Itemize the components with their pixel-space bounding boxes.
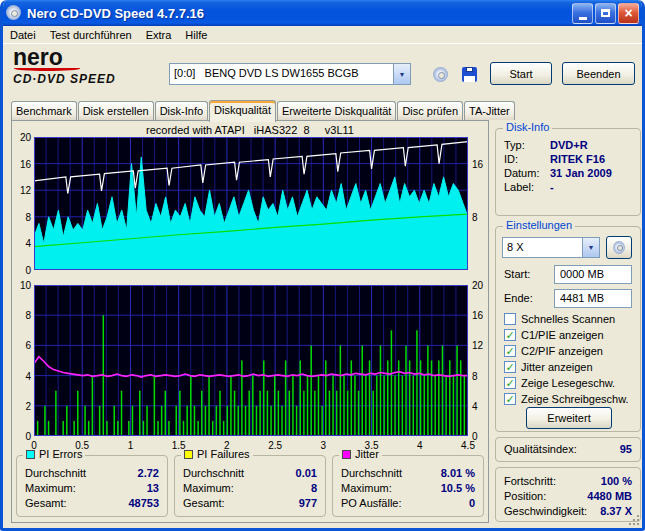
save-button[interactable]	[456, 61, 482, 87]
nero-logo: nero CD·DVD SPEED	[13, 46, 163, 86]
cd-icon	[6, 5, 21, 20]
floppy-icon	[462, 67, 477, 82]
settings-group: Einstellungen 8 X ▼ Start: 0000 MB Ende:…	[495, 226, 641, 432]
stat-label: Maximum:	[25, 482, 76, 494]
tab-disk-erstellen[interactable]: Disk erstellen	[78, 101, 154, 120]
checkbox-box[interactable]: ✓	[504, 329, 516, 341]
stat-label: PO Ausfälle:	[341, 497, 402, 509]
disk-info-value: RITEK F16	[550, 153, 605, 167]
resize-grip[interactable]	[628, 514, 640, 526]
menu-item-test-durchf-hren[interactable]: Test durchführen	[43, 28, 139, 42]
drive-select-value: [0:0] BENQ DVD LS DW1655 BCGB	[170, 64, 393, 84]
checkbox-box[interactable]: ✓	[504, 345, 516, 357]
stat-box-jitter: JitterDurchschnitt8.01 %Maximum:10.5 %PO…	[332, 455, 484, 517]
disk-info-row: Datum:31 Jan 2009	[504, 167, 634, 181]
tab-disk-info[interactable]: Disk-Info	[155, 101, 208, 120]
y-axis-tick-left: 4	[10, 238, 31, 249]
menu-item-datei[interactable]: Datei	[3, 28, 43, 42]
progress-label: Position:	[504, 490, 546, 502]
disk-info-label: Datum:	[504, 167, 550, 181]
stat-value: 8.01 %	[441, 467, 475, 479]
menu-item-hilfe[interactable]: Hilfe	[178, 28, 214, 42]
y-axis-tick-right: 16	[472, 310, 492, 321]
y-axis-tick-right: 8	[472, 212, 492, 223]
close-icon: ×	[624, 6, 632, 20]
window-title: Nero CD-DVD Speed 4.7.7.16	[27, 6, 572, 21]
chevron-down-icon[interactable]: ▼	[582, 238, 599, 257]
quality-index-value: 95	[620, 443, 632, 455]
y-axis-tick-left: 16	[10, 159, 31, 170]
tab-disc-pr-fen[interactable]: Disc prüfen	[397, 101, 463, 120]
y-axis-tick-right: 4	[472, 401, 492, 412]
checkbox-c1-pie-anzeigen[interactable]: ✓C1/PIE anzeigen	[504, 329, 604, 341]
end-position-field[interactable]: 4481 MB	[554, 289, 632, 308]
progress-box: Fortschritt:100 %Position:4480 MBGeschwi…	[495, 467, 641, 522]
quit-button[interactable]: Beenden	[562, 62, 635, 85]
start-button[interactable]: Start	[490, 62, 552, 85]
refresh-disc-button[interactable]	[606, 236, 632, 259]
checkbox-label: Zeige Schreibgeschw.	[521, 393, 629, 405]
stat-row: Gesamt:977	[183, 496, 317, 510]
drive-select[interactable]: [0:0] BENQ DVD LS DW1655 BCGB ▼	[169, 63, 411, 85]
checkbox-box[interactable]: ✓	[504, 377, 516, 389]
checkbox-c2-pif-anzeigen[interactable]: ✓C2/PIF anzeigen	[504, 345, 603, 357]
app-window: Nero CD-DVD Speed 4.7.7.16 × DateiTest d…	[0, 0, 645, 531]
advanced-button[interactable]: Erweitert	[526, 407, 612, 429]
start-position-field[interactable]: 0000 MB	[554, 265, 632, 284]
pi-failures-graph	[34, 285, 468, 436]
checkbox-label: C1/PIE anzeigen	[521, 329, 604, 341]
checkbox-box[interactable]: ✓	[504, 361, 516, 373]
tab-diskqualit-t[interactable]: Diskqualität	[209, 100, 276, 122]
stat-row: Durchschnitt2.72	[25, 466, 159, 480]
checkbox-box[interactable]	[504, 313, 516, 325]
checkbox-label: Schnelles Scannen	[521, 313, 615, 325]
eject-disc-button[interactable]	[427, 61, 453, 87]
stat-value: 2.72	[138, 467, 159, 479]
stat-row: Maximum:13	[25, 481, 159, 495]
stat-value: 0	[469, 497, 475, 509]
progress-row: Geschwindigkeit:8.37 X	[504, 504, 632, 518]
speed-select-value: 8 X	[503, 238, 582, 257]
disc-icon	[433, 67, 448, 82]
stat-row: PO Ausfälle:0	[341, 496, 475, 510]
stat-value: 977	[299, 497, 317, 509]
menu-item-extra[interactable]: Extra	[139, 28, 179, 42]
stat-label: Gesamt:	[183, 497, 225, 509]
tab-benchmark[interactable]: Benchmark	[11, 101, 77, 120]
disc-quality-panel: recorded with ATAPI iHAS322 8 v3L11 PI E…	[11, 120, 489, 523]
disk-info-row: Label:-	[504, 181, 634, 195]
x-axis-tick: 1	[115, 440, 145, 451]
stat-value: 0.01	[296, 467, 317, 479]
y-axis-tick-right: 8	[472, 371, 492, 382]
checkbox-zeige-schreibgeschw[interactable]: ✓Zeige Schreibgeschw.	[504, 393, 629, 405]
speed-select[interactable]: 8 X ▼	[502, 237, 600, 258]
x-axis-tick: 2	[212, 440, 242, 451]
stat-label: Gesamt:	[25, 497, 67, 509]
checkbox-box[interactable]: ✓	[504, 393, 516, 405]
checkbox-zeige-lesegeschw[interactable]: ✓Zeige Lesegeschw.	[504, 377, 615, 389]
checkbox-jitter-anzeigen[interactable]: ✓Jitter anzeigen	[504, 361, 593, 373]
progress-row: Position:4480 MB	[504, 489, 632, 503]
stat-label: Durchschnitt	[183, 467, 244, 479]
quality-index-label: Qualitätsindex:	[504, 443, 577, 455]
stat-row: Maximum:8	[183, 481, 317, 495]
y-axis-tick-left: 6	[10, 340, 31, 351]
close-button[interactable]: ×	[618, 3, 639, 24]
disk-info-value: DVD+R	[550, 139, 588, 153]
checkbox-schnelles-scannen[interactable]: Schnelles Scannen	[504, 313, 615, 325]
stat-label: Durchschnitt	[341, 467, 402, 479]
disk-info-value: -	[550, 181, 554, 195]
maximize-button[interactable]	[595, 3, 616, 24]
tab-ta-jitter[interactable]: TA-Jitter	[464, 101, 515, 120]
minimize-icon	[579, 17, 587, 20]
progress-value: 100 %	[601, 475, 632, 487]
chevron-down-icon[interactable]: ▼	[393, 64, 410, 84]
title-bar[interactable]: Nero CD-DVD Speed 4.7.7.16 ×	[0, 0, 645, 26]
tab-erweiterte-diskqualit-t[interactable]: Erweiterte Diskqualität	[277, 101, 396, 120]
stat-value: 13	[147, 482, 159, 494]
x-axis-tick: 2.5	[260, 440, 290, 451]
stat-row: Maximum:10.5 %	[341, 481, 475, 495]
pi-errors-graph	[34, 137, 468, 270]
settings-title: Einstellungen	[503, 219, 575, 231]
minimize-button[interactable]	[572, 3, 593, 24]
